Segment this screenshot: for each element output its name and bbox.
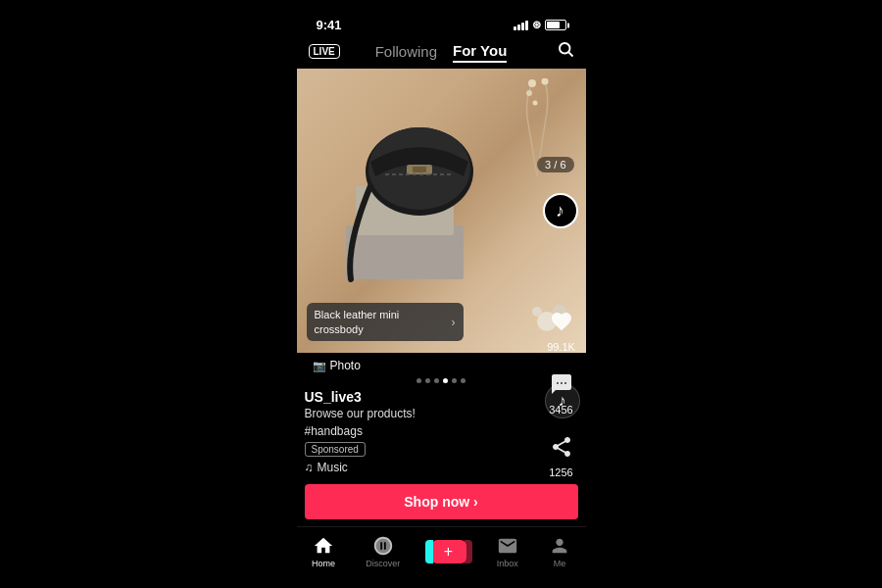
inbox-icon [497,535,518,557]
dot-4 [443,378,448,383]
dot-6 [461,378,466,383]
dot-2 [425,378,430,383]
like-count: 99.1K [547,341,575,353]
search-button[interactable] [557,40,574,63]
comment-count: 3456 [549,404,572,416]
phone-frame: 9:41 ⊛ LIVE Following For You [297,10,586,578]
svg-point-9 [528,79,536,87]
signal-bars-icon [514,21,528,30]
nav-home-label: Home [312,559,335,568]
bag-illustration [326,98,503,294]
like-button[interactable]: 99.1K [544,304,579,353]
music-label[interactable]: Music [318,461,348,474]
nav-inbox-label: Inbox [497,559,518,568]
dot-5 [452,378,457,383]
svg-point-18 [564,382,566,384]
home-icon [313,535,334,557]
svg-point-10 [526,90,532,96]
product-tag-label: Black leather mini crossbody [315,308,446,336]
nav-discover[interactable]: Discover [366,535,400,568]
me-icon [549,535,570,557]
dot-3 [434,378,439,383]
dot-1 [416,378,421,383]
svg-point-11 [532,101,537,106]
progress-indicator: 3 / 6 [537,157,573,172]
tab-for-you[interactable]: For You [453,40,507,63]
comment-icon [544,367,579,402]
tiktok-icon: ♪ [556,201,564,221]
photo-text: Photo [330,359,361,372]
add-button[interactable]: + [431,540,466,564]
nav-inbox[interactable]: Inbox [497,535,518,568]
tab-following[interactable]: Following [375,41,437,62]
discover-icon [372,535,394,557]
wifi-icon: ⊛ [532,19,541,31]
add-icon: + [444,543,453,561]
product-tag[interactable]: Black leather mini crossbody › [307,303,464,341]
nav-add[interactable]: + [431,540,466,564]
photo-icon: 📷 [313,360,326,372]
nav-home[interactable]: Home [312,535,335,568]
share-button[interactable]: 1256 [544,429,579,478]
product-tag-arrow: › [452,316,456,329]
battery-icon [545,20,566,30]
svg-point-12 [541,78,548,85]
live-badge[interactable]: LIVE [309,44,340,59]
status-icons: ⊛ [514,19,566,31]
action-buttons: 99.1K 3456 [537,294,586,488]
nav-me[interactable]: Me [549,535,570,568]
share-icon [544,429,579,465]
status-bar: 9:41 ⊛ [297,10,586,36]
sponsored-badge: Sponsored [305,442,366,457]
bottom-nav: Home Discover + Inbox Me [297,526,586,578]
svg-line-1 [568,52,572,56]
status-time: 9:41 [317,18,342,32]
top-nav: LIVE Following For You [297,36,586,69]
svg-point-16 [557,382,559,384]
nav-me-label: Me [554,559,566,568]
comment-button[interactable]: 3456 [544,367,579,416]
creator-avatar[interactable]: ♪ [543,193,578,228]
heart-icon [544,304,579,339]
share-count: 1256 [549,466,572,478]
svg-point-0 [560,43,570,54]
svg-point-17 [561,382,563,384]
content-area: 3 / 6 [297,69,586,526]
music-note-icon: ♫ [305,461,314,474]
shop-now-button[interactable]: Shop now › [305,484,578,519]
svg-rect-7 [413,167,426,172]
nav-tabs: Following For You [375,40,508,63]
nav-discover-label: Discover [366,559,400,568]
